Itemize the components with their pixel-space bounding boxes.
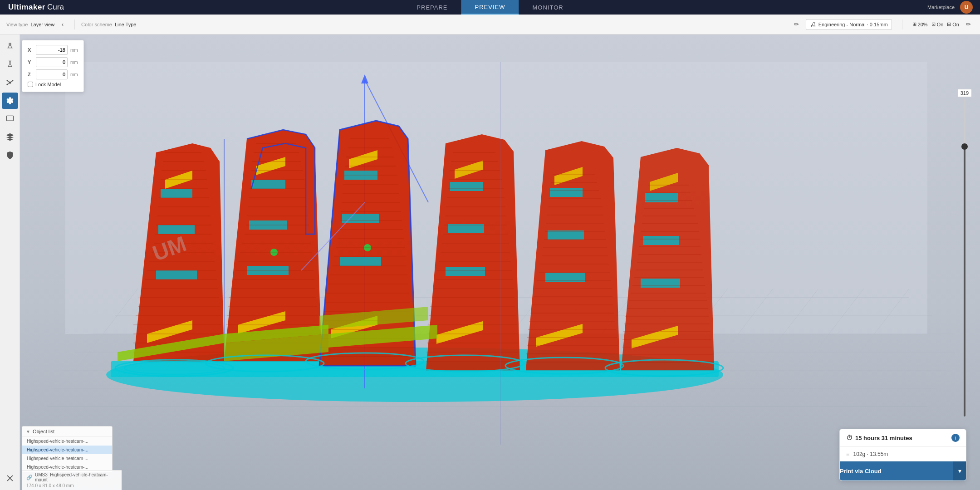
user-avatar[interactable]: U xyxy=(960,1,973,14)
print-btn-dropdown[interactable]: ▾ xyxy=(953,461,966,480)
x-axis-label: X xyxy=(28,47,33,53)
app-logo: Ultimaker Cura xyxy=(0,0,72,15)
zoom-value[interactable]: 20% xyxy=(918,22,928,27)
print-info-panel: ⏱ 15 hours 31 minutes i ≡ 102g · 13.55m … xyxy=(839,429,966,481)
settings-edit-icon[interactable]: ✏ xyxy=(963,19,974,30)
sidebar-btn-monitor[interactable] xyxy=(2,111,18,127)
material-amount: 102g · 13.55m xyxy=(853,451,888,457)
model-name: UMS3_Highspeed-vehicle-heatcam-mount xyxy=(35,472,117,482)
svg-point-3 xyxy=(12,80,13,81)
lock-model-checkbox[interactable] xyxy=(28,82,33,87)
print-via-cloud-button[interactable]: Print via Cloud ▾ xyxy=(840,461,966,480)
layer-slider-track[interactable] xyxy=(964,99,965,416)
x-transform-row: X mm xyxy=(28,45,78,55)
y-unit: mm xyxy=(70,60,78,65)
print-info-body: ≡ 102g · 13.55m xyxy=(840,447,966,461)
layers-icon xyxy=(5,132,15,142)
svg-point-2 xyxy=(6,80,8,81)
view-type-value[interactable]: Layer view xyxy=(31,22,55,27)
marketplace-link[interactable]: Marketplace xyxy=(927,5,955,10)
nav-tabs-container: PREPARE PREVIEW MONITOR xyxy=(403,0,577,15)
view-type-label: View type xyxy=(6,22,28,27)
z-transform-row: Z mm xyxy=(28,69,78,79)
color-scheme-value[interactable]: Line Type xyxy=(115,22,137,27)
left-sidebar xyxy=(0,34,20,490)
gear-icon xyxy=(5,96,15,105)
molecule-icon xyxy=(5,78,15,87)
fan-icon-2: ⊞ xyxy=(947,21,951,27)
x-unit: mm xyxy=(70,48,78,53)
model-name-row: 🔗 UMS3_Highspeed-vehicle-heatcam-mount xyxy=(26,472,117,482)
fan-value-2[interactable]: On xyxy=(952,22,959,27)
edit-icon[interactable]: ✏ xyxy=(791,19,802,30)
zoom-icon: ⊞ xyxy=(912,21,916,27)
printer-name: Engineering - Normal · 0.15mm xyxy=(818,22,888,27)
object-list-item-0[interactable]: Highspeed-vehicle-heatcam-... xyxy=(22,437,112,446)
viewport[interactable]: UM 319 xyxy=(20,34,980,490)
sidebar-btn-layers[interactable] xyxy=(2,129,18,145)
logo-ultimaker: Ultimaker xyxy=(8,3,45,12)
object-list-title: Object list xyxy=(33,429,54,434)
model-dimensions: 174.0 x 81.0 x 48.0 mm xyxy=(26,483,117,488)
toolbar: View type Layer view ‹ Color scheme Line… xyxy=(0,15,980,34)
svg-rect-0 xyxy=(8,61,11,61)
toolbar-right: ✏ 🖨 Engineering - Normal · 0.15mm ⊞ 20% … xyxy=(791,19,974,30)
svg-line-7 xyxy=(8,83,9,84)
info-button[interactable]: i xyxy=(951,434,960,442)
svg-line-6 xyxy=(10,81,12,83)
object-list-header[interactable]: ▼ Object list xyxy=(22,426,112,437)
layer-slider-fill xyxy=(964,147,965,416)
print-time-value: 15 hours 31 minutes xyxy=(855,435,912,441)
fan-group-2: ⊞ On xyxy=(947,21,959,27)
printer-profile[interactable]: 🖨 Engineering - Normal · 0.15mm xyxy=(806,19,892,30)
svg-point-4 xyxy=(6,84,8,85)
link-icon: 🔗 xyxy=(26,475,33,480)
zoom-group: ⊞ 20% xyxy=(912,21,928,27)
tab-preview[interactable]: PREVIEW xyxy=(461,0,519,15)
print-info-header: ⏱ 15 hours 31 minutes i xyxy=(840,429,966,447)
clock-icon: ⏱ xyxy=(846,434,853,441)
tab-monitor[interactable]: MONITOR xyxy=(519,0,577,15)
object-list-item-2[interactable]: Highspeed-vehicle-heatcam-... xyxy=(22,454,112,463)
view-type-chevron[interactable]: ‹ xyxy=(57,19,68,30)
object-list-item-1[interactable]: Highspeed-vehicle-heatcam-... xyxy=(22,446,112,454)
fan-group-1: ⊡ On xyxy=(931,21,944,27)
bottom-status-bar: 🔗 UMS3_Highspeed-vehicle-heatcam-mount 1… xyxy=(22,470,122,490)
nav-right-section: Marketplace U xyxy=(927,1,980,14)
shield-icon xyxy=(5,151,15,160)
filament-icon: ≡ xyxy=(846,451,850,457)
view-type-group: View type Layer view ‹ xyxy=(6,19,68,30)
sidebar-btn-materials[interactable] xyxy=(2,38,18,54)
printer-icon: 🖨 xyxy=(810,21,816,28)
y-input[interactable] xyxy=(36,57,68,67)
z-axis-label: Z xyxy=(28,72,33,77)
sidebar-btn-settings[interactable] xyxy=(2,93,18,109)
dropdown-chevron: ▾ xyxy=(958,467,961,475)
z-unit: mm xyxy=(70,72,78,77)
lock-model-label: Lock Model xyxy=(35,82,61,87)
print-time: ⏱ 15 hours 31 minutes xyxy=(846,434,912,441)
close-icon xyxy=(5,474,15,483)
layer-slider-thumb[interactable] xyxy=(961,143,968,150)
color-scheme-label: Color scheme xyxy=(81,22,112,27)
svg-line-5 xyxy=(8,81,9,83)
sidebar-btn-supports[interactable] xyxy=(2,56,18,73)
tab-prepare[interactable]: PREPARE xyxy=(403,0,461,15)
y-transform-row: Y mm xyxy=(28,57,78,67)
crosshair-vertical xyxy=(500,62,500,445)
layer-number: 319 xyxy=(957,89,972,97)
x-input[interactable] xyxy=(36,45,68,55)
top-navigation: Ultimaker Cura PREPARE PREVIEW MONITOR M… xyxy=(0,0,980,15)
monitor-icon xyxy=(5,114,15,123)
sidebar-btn-close[interactable] xyxy=(2,470,18,486)
flask-icon xyxy=(5,60,15,69)
sidebar-btn-adhesion[interactable] xyxy=(2,74,18,91)
z-input[interactable] xyxy=(36,69,68,79)
transform-panel: X mm Y mm Z mm Lock Model xyxy=(22,40,84,92)
beaker-icon xyxy=(5,42,15,51)
print-material: ≡ 102g · 13.55m xyxy=(846,451,960,457)
svg-rect-8 xyxy=(6,116,13,121)
toolbar-separator-1 xyxy=(74,20,75,29)
sidebar-btn-shield[interactable] xyxy=(2,147,18,163)
fan-value-1[interactable]: On xyxy=(937,22,944,27)
